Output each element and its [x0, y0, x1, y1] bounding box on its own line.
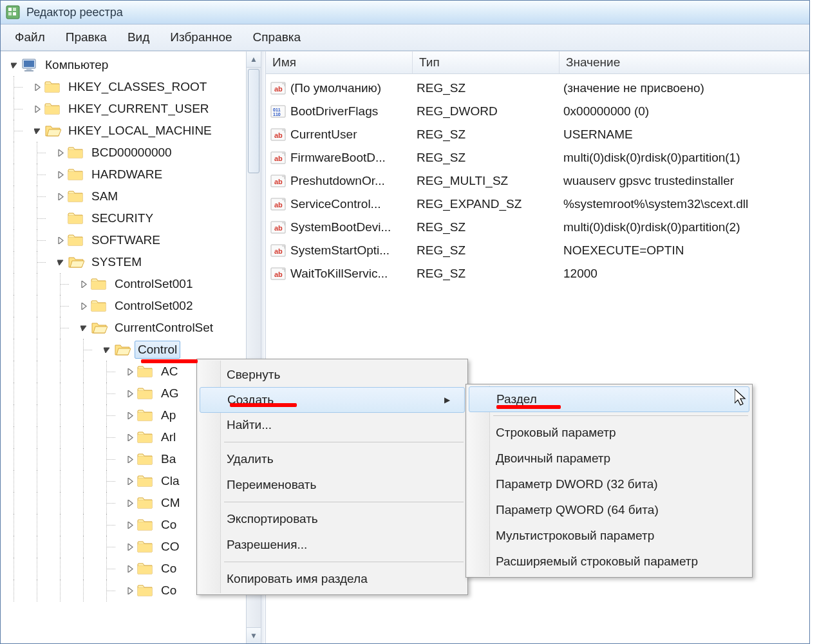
expand-icon[interactable]: [32, 81, 43, 93]
tree-label: HKEY_LOCAL_MACHINE: [65, 122, 215, 140]
folder-open-icon: [91, 319, 108, 336]
value-type: REG_SZ: [417, 151, 563, 165]
tree-node[interactable]: SAM: [2, 185, 247, 207]
tree-node[interactable]: ControlSet002: [2, 295, 247, 317]
value-data: wuauserv gpsvc trustedinstaller: [563, 174, 809, 188]
expand-icon[interactable]: [124, 541, 136, 553]
context-menu-item[interactable]: Переименовать: [198, 472, 466, 498]
expand-icon[interactable]: [55, 147, 66, 158]
tree-node[interactable]: SECURITY: [2, 207, 247, 229]
menu-view[interactable]: Вид: [117, 28, 160, 47]
collapse-icon[interactable]: [101, 344, 113, 355]
context-submenu-new[interactable]: РазделСтроковый параметрДвоичный парамет…: [466, 384, 753, 578]
expand-icon[interactable]: [55, 191, 66, 202]
value-name: (По умолчанию): [290, 81, 417, 95]
expand-icon[interactable]: [124, 519, 136, 531]
tree-node[interactable]: HKEY_CURRENT_USER: [2, 98, 247, 120]
scroll-down-icon[interactable]: ▼: [247, 627, 261, 643]
tree-label: SECURITY: [88, 209, 156, 227]
tree-label: Cla: [158, 472, 183, 490]
context-menu-item[interactable]: Удалить: [198, 446, 466, 472]
menu-edit[interactable]: Правка: [55, 28, 117, 47]
value-row[interactable]: CurrentUserREG_SZUSERNAME: [266, 123, 809, 146]
value-row[interactable]: WaitToKillServic...REG_SZ12000: [266, 262, 809, 285]
menu-help[interactable]: Справка: [243, 28, 312, 47]
context-menu-item[interactable]: Создать▶: [200, 387, 465, 413]
expand-icon[interactable]: [124, 410, 136, 421]
window-title: Редактор реестра: [26, 6, 123, 19]
submenu-item[interactable]: Параметр QWORD (64 бита): [467, 497, 751, 523]
expand-icon[interactable]: [124, 366, 136, 377]
value-row[interactable]: SystemStartOpti...REG_SZ NOEXECUTE=OPTIN: [266, 239, 809, 262]
value-row[interactable]: PreshutdownOr...REG_MULTI_SZwuauserv gps…: [266, 169, 809, 193]
expand-icon[interactable]: [124, 563, 136, 574]
collapse-icon[interactable]: [78, 322, 89, 334]
expand-icon[interactable]: [124, 388, 136, 399]
expand-icon[interactable]: [55, 234, 66, 246]
value-row[interactable]: FirmwareBootD...REG_SZmulti(0)disk(0)rdi…: [266, 146, 809, 169]
collapse-icon[interactable]: [55, 256, 66, 268]
value-row[interactable]: ServiceControl...REG_EXPAND_SZ%systemroo…: [266, 193, 809, 216]
expand-icon[interactable]: [124, 497, 136, 509]
col-header-type[interactable]: Тип: [413, 52, 560, 73]
col-header-value[interactable]: Значение: [560, 52, 809, 73]
submenu-item[interactable]: Расширяемый строковый параметр: [467, 549, 751, 574]
submenu-item[interactable]: Двоичный параметр: [467, 446, 751, 471]
tree-label: CM: [158, 494, 183, 512]
context-menu-item[interactable]: Разрешения...: [198, 532, 466, 558]
menu-file[interactable]: Файл: [5, 28, 55, 47]
folder-icon: [137, 363, 154, 380]
tree-node[interactable]: HKEY_CLASSES_ROOT: [2, 76, 247, 98]
scroll-up-icon[interactable]: ▲: [247, 52, 261, 68]
folder-icon: [68, 166, 84, 183]
expand-icon[interactable]: [55, 169, 66, 180]
tree-label: Ap: [158, 406, 179, 424]
expand-icon[interactable]: [124, 475, 136, 487]
tree-node[interactable]: BCD00000000: [2, 142, 247, 164]
tree-node[interactable]: SYSTEM: [2, 251, 247, 273]
tree-node[interactable]: CurrentControlSet: [2, 317, 247, 339]
context-menu[interactable]: СвернутьСоздать▶Найти...УдалитьПереимено…: [196, 359, 468, 595]
expand-icon[interactable]: [78, 300, 89, 312]
context-menu-item[interactable]: Экспортировать: [198, 506, 466, 532]
reg-string-icon: [270, 126, 287, 143]
folder-icon: [137, 451, 154, 468]
expand-icon[interactable]: [124, 585, 136, 596]
scroll-thumb[interactable]: [248, 69, 259, 173]
reg-string-icon: [270, 173, 287, 189]
col-header-name[interactable]: Имя: [266, 52, 413, 73]
tree-label: Компьютер: [42, 56, 111, 74]
context-menu-item[interactable]: Свернуть: [198, 362, 466, 388]
tree-node[interactable]: ControlSet001: [2, 273, 247, 295]
value-row[interactable]: BootDriverFlagsREG_DWORD0x00000000 (0): [266, 100, 809, 123]
tree-node[interactable]: Control: [2, 339, 247, 361]
menu-item-label: Строковый параметр: [496, 426, 616, 440]
submenu-item[interactable]: Строковый параметр: [467, 420, 751, 446]
tree-label: ControlSet001: [111, 275, 196, 293]
expand-icon[interactable]: [124, 431, 136, 443]
expand-icon[interactable]: [78, 278, 89, 290]
collapse-icon[interactable]: [32, 125, 43, 137]
menu-item-label: Мультистроковый параметр: [496, 529, 654, 543]
tree-node[interactable]: HARDWARE: [2, 164, 247, 185]
value-row[interactable]: (По умолчанию)REG_SZ(значение не присвое…: [266, 77, 809, 100]
menu-item-label: Экспортировать: [227, 512, 318, 526]
value-row[interactable]: SystemBootDevi...REG_SZmulti(0)disk(0)rd…: [266, 216, 809, 239]
submenu-item[interactable]: Параметр DWORD (32 бита): [467, 471, 751, 497]
menu-favorites[interactable]: Избранное: [160, 28, 242, 47]
tree-label: AG: [158, 384, 182, 402]
folder-open-icon: [44, 122, 61, 139]
app-icon: [6, 5, 20, 19]
collapse-icon[interactable]: [8, 59, 20, 71]
expand-icon[interactable]: [124, 453, 136, 465]
submenu-item[interactable]: Мультистроковый параметр: [467, 523, 751, 549]
title-bar[interactable]: Редактор реестра: [1, 1, 809, 24]
tree-node[interactable]: SOFTWARE: [2, 229, 247, 251]
menu-item-label: Расширяемый строковый параметр: [496, 554, 698, 569]
context-menu-item[interactable]: Копировать имя раздела: [198, 566, 466, 592]
tree-node[interactable]: HKEY_LOCAL_MACHINE: [2, 120, 247, 142]
context-menu-item[interactable]: Найти...: [198, 412, 466, 438]
expand-icon[interactable]: [32, 103, 43, 115]
computer-icon: [21, 57, 38, 73]
tree-node-computer[interactable]: Компьютер: [2, 54, 247, 76]
